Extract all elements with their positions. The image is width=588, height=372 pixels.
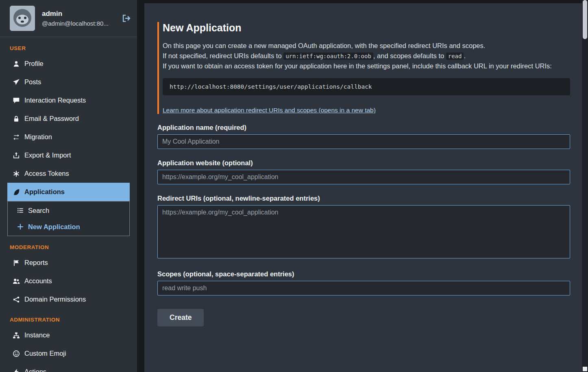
user-icon <box>12 60 20 68</box>
section-title-administration: ADMINISTRATION <box>10 317 137 323</box>
sidebar-item-interaction-requests[interactable]: Interaction Requests <box>7 91 130 109</box>
sidebar-item-access-tokens[interactable]: Access Tokens <box>7 164 130 183</box>
sidebar-item-export-import[interactable]: Export & Import <box>7 146 130 164</box>
sidebar-item-migration[interactable]: Migration <box>7 128 130 146</box>
form-group-redirect-uris: Redirect URIs (optional, newline-separat… <box>157 195 570 260</box>
form-group-website: Application website (optional) <box>157 159 570 184</box>
sidebar-item-label: Access Tokens <box>24 170 69 177</box>
sidebar-item-label: Interaction Requests <box>24 96 86 104</box>
paper-plane-icon <box>12 79 20 86</box>
sidebar-item-label: Email & Password <box>24 115 79 123</box>
sidebar-item-accounts[interactable]: Accounts <box>7 272 130 290</box>
logout-icon[interactable] <box>122 14 131 23</box>
sidebar-item-label: Search <box>28 207 49 214</box>
scrollbar-thumb[interactable] <box>583 0 587 39</box>
section-title-user: USER <box>10 45 137 51</box>
sidebar-item-label: Export & Import <box>24 151 71 159</box>
transfer-arrows-icon <box>12 133 20 141</box>
inline-code-read: read <box>446 53 464 60</box>
comment-icon <box>12 97 20 104</box>
sidebar-item-label: Actions <box>24 368 46 372</box>
scopes-label: Scopes (optional, space-separated entrie… <box>157 270 570 278</box>
smiley-icon <box>12 350 20 357</box>
export-icon <box>12 152 20 159</box>
intro-line2: If not specified, redirect URIs defaults… <box>163 51 570 61</box>
sidebar-item-label: Applications <box>24 188 65 196</box>
intro-line2-post: . <box>464 52 466 59</box>
user-name: admin <box>42 10 109 18</box>
sidebar-item-reports[interactable]: Reports <box>7 254 130 272</box>
section-title-moderation: MODERATION <box>10 244 137 250</box>
user-card[interactable]: admin @admin@localhost:80... <box>0 0 137 37</box>
sidebar-gap <box>137 0 144 372</box>
sidebar-item-label: Instance <box>24 331 50 339</box>
application-name-input[interactable] <box>157 134 570 149</box>
form-group-scopes: Scopes (optional, space-separated entrie… <box>157 270 570 295</box>
sidebar-item-actions[interactable]: Actions <box>7 363 130 372</box>
sitemap-icon <box>12 332 20 339</box>
learn-more-link[interactable]: Learn more about application redirect UR… <box>163 107 376 114</box>
sidebar-item-applications-search[interactable]: Search <box>8 202 129 219</box>
redirect-uris-label: Redirect URIs (optional, newline-separat… <box>157 195 570 202</box>
avatar <box>10 6 35 31</box>
intro-line2-pre: If not specified, redirect URIs defaults… <box>163 52 283 59</box>
plus-icon <box>17 223 24 230</box>
sidebar-item-label: Domain Permissions <box>24 295 86 303</box>
sidebar-item-custom-emoji[interactable]: Custom Emoji <box>7 344 130 363</box>
create-button[interactable]: Create <box>157 309 204 326</box>
application-website-input[interactable] <box>157 170 570 184</box>
sidebar-item-label: Migration <box>24 133 52 141</box>
redirect-uris-textarea[interactable] <box>157 205 570 258</box>
sidebar-item-profile[interactable]: Profile <box>7 55 130 73</box>
share-nodes-icon <box>12 296 20 303</box>
sidebar-item-applications[interactable]: Applications <box>7 183 130 201</box>
sidebar-item-label: New Application <box>28 223 80 231</box>
applications-submenu: Search New Application <box>7 201 130 236</box>
list-icon <box>17 207 24 214</box>
sidebar-item-domain-permissions[interactable]: Domain Permissions <box>7 290 130 309</box>
users-icon <box>12 278 20 285</box>
lock-icon <box>12 115 20 123</box>
sidebar: admin @admin@localhost:80... USER Profil… <box>0 0 137 372</box>
main-content: New Application On this page you can cre… <box>144 3 582 372</box>
new-application-form: Application name (required) Application … <box>157 124 570 326</box>
intro-line2-mid: , and scopes defaults to <box>373 52 446 59</box>
page-title: New Application <box>163 22 570 34</box>
user-info: admin @admin@localhost:80... <box>42 10 109 27</box>
user-handle: @admin@localhost:80... <box>42 20 109 27</box>
callback-url-code-block: http://localhost:8080/settings/user/appl… <box>163 78 570 95</box>
sidebar-item-email-password[interactable]: Email & Password <box>7 109 130 128</box>
intro-line1: On this page you can create a new manage… <box>163 41 570 51</box>
nav-moderation: Reports Accounts Domain Permissions <box>7 254 130 309</box>
intro-line3: If you want to obtain an access token fo… <box>163 61 570 71</box>
vertical-scrollbar[interactable] <box>582 0 588 372</box>
sidebar-item-label: Custom Emoji <box>24 350 66 357</box>
sidebar-item-label: Reports <box>24 259 48 267</box>
application-website-label: Application website (optional) <box>157 159 570 167</box>
sidebar-item-new-application[interactable]: New Application <box>8 219 129 235</box>
feather-icon <box>12 188 20 196</box>
sidebar-item-posts[interactable]: Posts <box>7 73 130 91</box>
sidebar-item-label: Profile <box>24 60 44 68</box>
inline-code-oob: urn:ietf:wg:oauth:2.0:oob <box>283 53 373 60</box>
flag-icon <box>12 259 20 267</box>
sidebar-item-label: Posts <box>24 78 41 86</box>
application-name-label: Application name (required) <box>157 124 570 131</box>
nav-user: Profile Posts Interaction Requests Email… <box>7 55 130 201</box>
scrollbar-corner <box>583 367 587 371</box>
form-group-name: Application name (required) <box>157 124 570 149</box>
sidebar-item-label: Accounts <box>24 277 52 285</box>
bolt-icon <box>12 368 20 372</box>
intro-section: New Application On this page you can cre… <box>157 22 570 114</box>
asterisk-icon <box>12 170 20 177</box>
sidebar-item-instance[interactable]: Instance <box>7 326 130 344</box>
scopes-input[interactable] <box>157 281 570 295</box>
nav-administration: Instance Custom Emoji Actions <box>7 326 130 372</box>
